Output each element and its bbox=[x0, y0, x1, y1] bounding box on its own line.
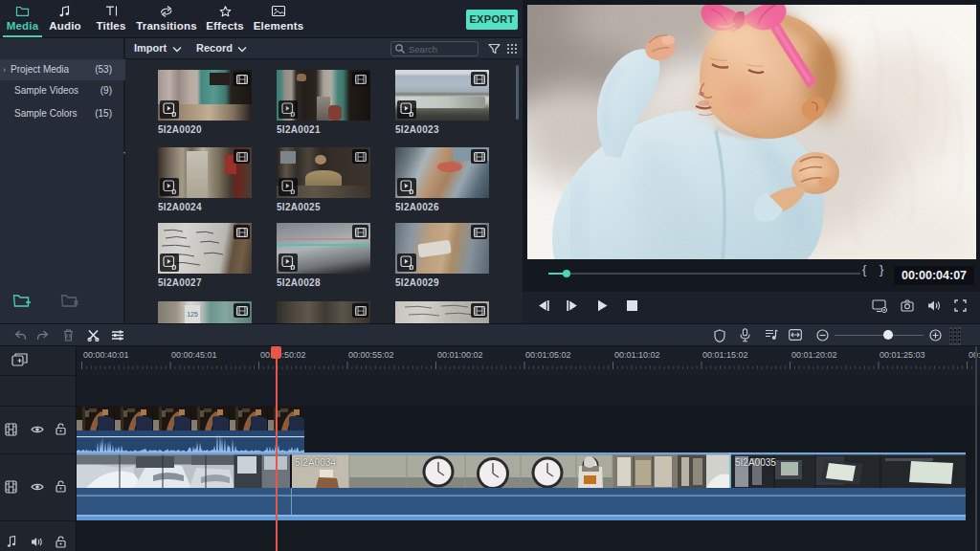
svg-text:p: p bbox=[171, 262, 176, 270]
svg-text:p: p bbox=[409, 262, 413, 270]
svg-text:p: p bbox=[171, 109, 176, 117]
svg-text:p: p bbox=[409, 187, 413, 194]
svg-text:p: p bbox=[290, 109, 295, 117]
svg-text:p: p bbox=[290, 187, 295, 194]
svg-text:p: p bbox=[290, 262, 295, 270]
svg-text:p: p bbox=[171, 187, 176, 194]
svg-text:p: p bbox=[409, 109, 413, 117]
